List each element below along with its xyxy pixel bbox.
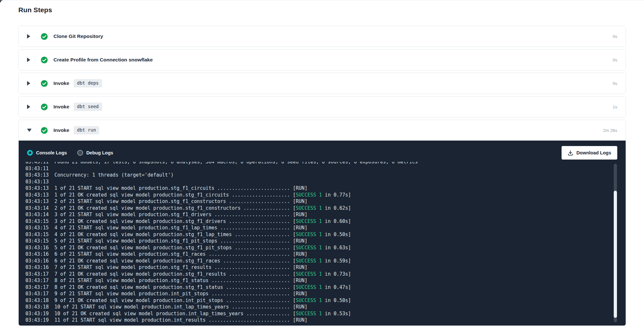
log-timestamp: 03:43:15 <box>25 225 49 231</box>
log-timestamp: 03:43:15 <box>25 238 49 244</box>
log-timestamp: 03:43:13 <box>25 172 49 179</box>
console-toolbar: Console Logs Debug Logs Download Logs <box>19 141 626 162</box>
console-scrollbar-thumb[interactable] <box>614 191 617 318</box>
download-logs-label: Download Logs <box>576 150 611 155</box>
log-message: 3 of 21 START sql view model production.… <box>54 212 308 217</box>
log-line: 03:43:177 of 21 OK created sql view mode… <box>25 271 606 278</box>
log-line: 03:43:1910 of 21 OK created sql view mod… <box>25 310 606 317</box>
step-header[interactable]: Clone Git Repository 0s <box>19 26 626 47</box>
log-line: 03:43:165 of 21 OK created sql view mode… <box>25 244 606 251</box>
step-duration: 0s <box>613 34 617 39</box>
run-step-clone-git-repository: Clone Git Repository 0s <box>18 26 626 47</box>
log-message: 7 of 21 START sql view model production.… <box>54 264 308 270</box>
log-timestamp: 03:43:11 <box>25 162 49 165</box>
log-line: 03:43:153 of 21 OK created sql view mode… <box>25 218 606 225</box>
step-command-badge: dbt deps <box>74 79 102 87</box>
log-line: 03:43:132 of 21 START sql view model pro… <box>25 198 606 205</box>
log-line: 03:43:11Found 21 models, 17 tests, 0 sna… <box>25 162 606 165</box>
radio-selected-icon <box>27 150 33 156</box>
run-step-dbt-seed: Invoke dbt seed 1s <box>18 96 626 117</box>
radio-unselected-icon <box>77 150 83 156</box>
log-line: 03:43:178 of 21 OK created sql view mode… <box>25 284 606 291</box>
check-circle-icon <box>41 103 48 111</box>
log-timestamp: 03:43:17 <box>25 277 49 284</box>
log-timestamp: 03:43:19 <box>25 310 49 317</box>
step-header[interactable]: Invoke dbt run 2m 26s <box>19 120 626 141</box>
log-line: 03:43:1810 of 21 START sql view model pr… <box>25 304 606 310</box>
log-message: 2 of 21 START sql view model production.… <box>54 198 308 204</box>
log-message: 1 of 21 OK created sql view model produc… <box>54 192 351 198</box>
step-label: Invoke <box>53 127 69 133</box>
log-line: 03:43:178 of 21 START sql view model pro… <box>25 277 606 284</box>
debug-logs-radio[interactable]: Debug Logs <box>77 150 113 156</box>
log-timestamp: 03:43:18 <box>25 297 49 304</box>
log-line: 03:43:179 of 21 START sql view model pro… <box>25 290 606 297</box>
log-timestamp: 03:43:13 <box>25 192 49 198</box>
run-step-create-profile: Create Profile from Connection snowflake… <box>18 49 626 70</box>
log-line: 03:43:131 of 21 OK created sql view mode… <box>25 192 606 198</box>
step-duration: 2m 26s <box>603 128 617 133</box>
step-label: Clone Git Repository <box>53 33 103 39</box>
log-timestamp: 03:43:17 <box>25 271 49 278</box>
caret-right-icon[interactable] <box>27 105 32 109</box>
log-timestamp: 03:43:16 <box>25 244 49 251</box>
log-message: Concurrency: 1 threads (target='default'… <box>54 172 174 178</box>
log-timestamp: 03:43:11 <box>25 165 49 172</box>
log-line: 03:43:131 of 21 START sql view model pro… <box>25 185 606 192</box>
radio-label: Debug Logs <box>86 150 113 155</box>
step-header[interactable]: Invoke dbt deps 0s <box>19 73 626 94</box>
log-message: 10 of 21 START sql view model production… <box>54 304 308 310</box>
log-message: 4 of 21 OK created sql view model produc… <box>54 232 351 237</box>
step-label: Invoke <box>53 80 69 86</box>
log-line: 03:43:167 of 21 START sql view model pro… <box>25 264 606 271</box>
log-message: 3 of 21 OK created sql view model produc… <box>54 218 351 224</box>
step-header[interactable]: Invoke dbt seed 1s <box>19 97 626 117</box>
step-command-badge: dbt run <box>74 126 99 134</box>
step-header[interactable]: Create Profile from Connection snowflake… <box>19 50 626 70</box>
console-scrollbar[interactable] <box>614 164 617 322</box>
caret-right-icon[interactable] <box>27 58 32 62</box>
log-line: 03:43:154 of 21 OK created sql view mode… <box>25 231 606 238</box>
check-circle-icon <box>41 33 48 40</box>
console-log-output[interactable]: 03:43:11Found 21 models, 17 tests, 0 sna… <box>19 162 626 326</box>
log-line: 03:43:1911 of 21 START sql view model pr… <box>25 317 606 324</box>
log-timestamp: 03:43:16 <box>25 258 49 264</box>
log-line: 03:43:143 of 21 START sql view model pro… <box>25 211 606 218</box>
log-message: 6 of 21 START sql view model production.… <box>54 251 308 257</box>
caret-down-icon[interactable] <box>27 129 32 132</box>
log-line: 03:43:154 of 21 START sql view model pro… <box>25 225 606 231</box>
log-timestamp: 03:43:15 <box>25 231 49 238</box>
log-line: 03:43:142 of 21 OK created sql view mode… <box>25 205 606 212</box>
log-timestamp: 03:43:13 <box>25 185 49 192</box>
log-timestamp: 03:43:14 <box>25 205 49 212</box>
caret-right-icon[interactable] <box>27 81 32 86</box>
log-message: 2 of 21 OK created sql view model produc… <box>54 205 351 211</box>
download-logs-button[interactable]: Download Logs <box>562 146 617 160</box>
log-timestamp: 03:43:15 <box>25 218 49 225</box>
log-timestamp: 03:43:13 <box>25 198 49 205</box>
step-duration: 0s <box>613 81 617 86</box>
console-logs-radio[interactable]: Console Logs <box>27 150 67 156</box>
log-line: 03:43:13Concurrency: 1 threads (target='… <box>25 172 606 179</box>
download-icon <box>568 150 573 156</box>
log-message: 5 of 21 START sql view model production.… <box>54 238 308 244</box>
caret-right-icon[interactable] <box>27 34 32 39</box>
radio-label: Console Logs <box>36 150 67 155</box>
step-duration: 0s <box>613 58 617 62</box>
log-line: 03:43:11 <box>25 165 606 172</box>
log-message: 10 of 21 OK created sql view model produ… <box>54 311 351 317</box>
page-title: Run Steps <box>18 6 52 14</box>
log-message: 5 of 21 OK created sql view model produc… <box>54 245 351 251</box>
log-timestamp: 03:43:18 <box>25 304 49 310</box>
log-message: 4 of 21 START sql view model production.… <box>54 225 308 231</box>
log-message: 8 of 21 OK created sql view model produc… <box>54 284 351 290</box>
log-line: 03:43:166 of 21 START sql view model pro… <box>25 251 606 258</box>
step-label: Invoke <box>53 104 69 110</box>
log-message: 11 of 21 START sql view model production… <box>54 317 308 323</box>
log-message: 7 of 21 OK created sql view model produc… <box>54 271 351 277</box>
log-lines: 03:43:11Found 21 models, 17 tests, 0 sna… <box>25 162 606 324</box>
log-line: 03:43:166 of 21 OK created sql view mode… <box>25 258 606 264</box>
step-command-badge: dbt seed <box>74 103 102 111</box>
canvas-rounded-corner <box>0 0 8 4</box>
log-message: 1 of 21 START sql view model production.… <box>54 185 308 191</box>
